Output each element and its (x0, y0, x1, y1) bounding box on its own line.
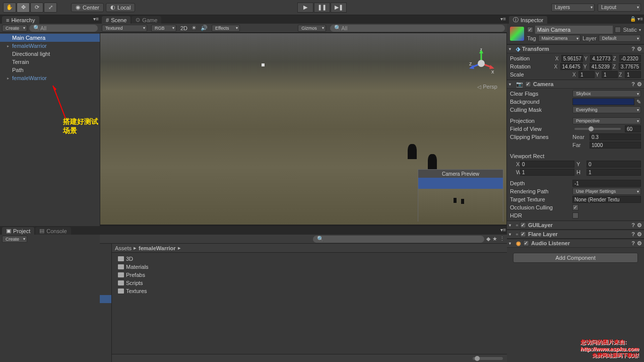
layers-dropdown[interactable]: Layers (551, 4, 595, 12)
project-search-input[interactable]: 🔍 (313, 236, 484, 243)
folder-item[interactable]: 3D (114, 255, 505, 263)
rotation-mode-button[interactable]: ◐Local (106, 3, 135, 12)
breadcrumb-item[interactable]: femaleWarrior (139, 245, 176, 251)
pos-x-field[interactable]: 5.96157 (561, 55, 583, 62)
pause-button[interactable]: ❚❚ (314, 3, 330, 13)
help-icon[interactable]: ? (631, 222, 635, 229)
layer-dropdown[interactable]: Default (599, 35, 641, 42)
help-icon[interactable]: ? (631, 231, 635, 238)
hierarchy-create-dropdown[interactable]: Create (2, 25, 27, 32)
gameobject-icon[interactable] (510, 27, 524, 41)
panel-menu-icon[interactable]: ▾≡ (93, 16, 99, 22)
project-create-dropdown[interactable]: Create (2, 236, 27, 243)
static-checkbox[interactable] (615, 27, 621, 33)
projection-label[interactable]: ◁ Persp (477, 84, 497, 90)
scene-search-input[interactable]: 🔍 All (330, 25, 505, 32)
breadcrumb-item[interactable]: Assets (115, 245, 132, 251)
camera-enabled-checkbox[interactable]: ✓ (525, 81, 531, 87)
icon-size-slider[interactable] (473, 357, 503, 360)
depth-field[interactable]: -1 (572, 180, 641, 187)
scene-viewport[interactable]: y z x ◁ Persp Camera Preview (100, 33, 507, 225)
scale-z-field[interactable]: 1 (625, 71, 641, 78)
rotate-tool[interactable]: ⟳ (30, 3, 43, 13)
far-field[interactable]: 1000 (590, 141, 641, 149)
hierarchy-item[interactable]: Main Camera (0, 34, 100, 42)
scene-tab[interactable]: #Scene (102, 16, 131, 24)
eyedropper-icon[interactable]: ✎ (636, 99, 641, 105)
rot-x-field[interactable]: 14.6475 (560, 63, 583, 70)
hierarchy-item[interactable]: Directional light (0, 50, 100, 58)
hierarchy-item[interactable]: Terrain (0, 58, 100, 66)
filter-icon[interactable]: ⋮ (499, 236, 505, 242)
add-component-button[interactable]: Add Component (513, 253, 638, 263)
tag-dropdown[interactable]: MainCamera (538, 35, 581, 42)
audio-toggle-icon[interactable]: 🔊 (201, 25, 208, 31)
camera-component-header[interactable]: ▾📷 ✓ Camera ?⚙ (507, 80, 644, 89)
rot-z-field[interactable]: 3.77675 (619, 63, 641, 70)
project-tab[interactable]: ▣Project (2, 227, 34, 235)
filter-icon[interactable]: ★ (492, 236, 497, 242)
hierarchy-item[interactable]: ▸femaleWarrior (0, 74, 100, 82)
viewport-w-field[interactable]: 1 (520, 169, 574, 176)
folder-item[interactable]: Scripts (114, 279, 505, 287)
guilayer-component-header[interactable]: ▾▫✓GUILayer?⚙ (507, 221, 644, 230)
folder-item[interactable]: Prefabs (114, 271, 505, 279)
gear-icon[interactable]: ⚙ (637, 81, 642, 88)
gizmos-dropdown[interactable]: Gizmos (298, 25, 326, 32)
projection-dropdown[interactable]: Perspective (572, 117, 641, 124)
pos-y-field[interactable]: 4.12773 (590, 55, 612, 62)
folder-item[interactable]: Materials (114, 263, 505, 271)
clear-flags-dropdown[interactable]: Skybox (572, 90, 641, 97)
orientation-gizmo[interactable]: y z x (466, 48, 496, 79)
object-name-input[interactable] (535, 26, 613, 34)
help-icon[interactable]: ? (631, 240, 635, 247)
active-checkbox[interactable]: ✓ (527, 27, 533, 33)
flare-enabled-checkbox[interactable]: ✓ (520, 231, 526, 237)
fov-slider[interactable] (574, 128, 621, 130)
pivot-mode-button[interactable]: ◉Center (71, 3, 104, 12)
transform-component-header[interactable]: ▾⬗ Transform ?⚙ (507, 44, 644, 53)
rendering-path-dropdown[interactable]: Use Player Settings (572, 188, 641, 195)
layout-dropdown[interactable]: Layout (598, 4, 641, 12)
gear-icon[interactable]: ⚙ (637, 222, 642, 229)
move-tool[interactable]: ✥ (17, 3, 30, 13)
light-toggle-icon[interactable]: ☀ (191, 25, 197, 31)
target-texture-field[interactable]: None (Render Textu (572, 196, 641, 203)
viewport-x-field[interactable]: 0 (520, 161, 574, 168)
gear-icon[interactable]: ⚙ (637, 240, 642, 247)
render-mode-dropdown[interactable]: RGB (151, 25, 176, 32)
culling-mask-dropdown[interactable]: Everything (572, 106, 641, 113)
help-icon[interactable]: ? (631, 81, 635, 88)
near-field[interactable]: 0.3 (590, 133, 641, 140)
hierarchy-item[interactable]: ▸femaleWarrior (0, 42, 100, 50)
viewport-h-field[interactable]: 1 (587, 169, 641, 176)
audio-enabled-checkbox[interactable]: ✓ (523, 240, 529, 246)
panel-menu-icon[interactable]: 🔒 ▾≡ (630, 16, 643, 22)
scale-x-field[interactable]: 1 (578, 71, 595, 78)
scale-y-field[interactable]: 1 (602, 71, 618, 78)
background-color-field[interactable] (572, 98, 634, 105)
pos-z-field[interactable]: -0.2320 (619, 55, 641, 62)
hierarchy-tab[interactable]: ≡Hierarchy (2, 16, 39, 24)
occlusion-checkbox[interactable]: ✓ (572, 204, 578, 210)
audiolistener-component-header[interactable]: ▾◉✓Audio Listener?⚙ (507, 239, 644, 248)
folder-item[interactable]: Textures (114, 287, 505, 295)
console-tab[interactable]: ▤Console (35, 227, 71, 235)
gear-icon[interactable]: ⚙ (637, 231, 642, 238)
2d-toggle[interactable]: 2D (180, 25, 187, 31)
scale-tool[interactable]: ⤢ (44, 3, 57, 13)
hierarchy-item[interactable]: Path (0, 66, 100, 74)
hdr-checkbox[interactable] (572, 212, 578, 219)
panel-menu-icon[interactable]: ▾≡ (500, 16, 506, 22)
panel-menu-icon[interactable]: ▾≡ (500, 227, 506, 233)
play-button[interactable]: ▶ (297, 3, 313, 13)
rot-y-field[interactable]: 41.5239 (590, 63, 612, 70)
draw-mode-dropdown[interactable]: Textured (102, 25, 147, 32)
help-icon[interactable]: ? (631, 46, 635, 52)
step-button[interactable]: ▶❚ (331, 3, 347, 13)
game-tab[interactable]: ⊙Game (132, 16, 161, 24)
fov-field[interactable]: 60 (625, 125, 641, 132)
filter-icon[interactable]: ◆ (486, 236, 490, 242)
guilayer-enabled-checkbox[interactable]: ✓ (520, 222, 526, 228)
viewport-y-field[interactable]: 0 (587, 161, 641, 168)
